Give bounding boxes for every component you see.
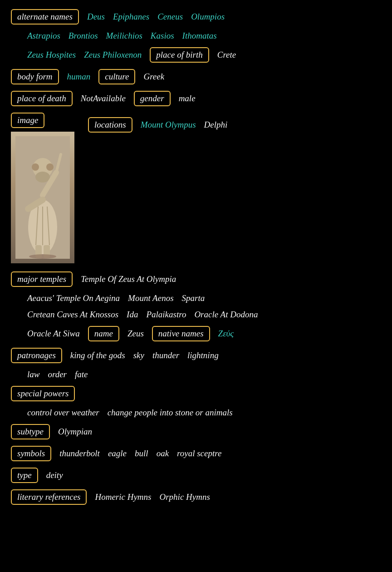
special-powers-label: special powers [11,386,75,401]
literary-references-label: literary references [11,489,87,505]
symbol-4: oak [157,449,169,459]
alternate-names-row3: Zeus Hospites Zeus Philoxenon place of b… [11,47,381,63]
temple-9: Oracle At Siwa [27,329,80,339]
subtype-value: Olympian [58,427,92,437]
symbols-label: symbols [11,446,51,461]
place-death-gender-row: place of death NotAvailable gender male [11,91,381,106]
svg-point-4 [32,163,39,171]
alt-name-deus: Deus [87,12,105,22]
major-temples-row2: Aeacus' Temple On Aegina Mount Aenos Spa… [11,293,381,303]
statue-image [11,132,74,263]
place-of-birth-value: Crete [217,50,236,60]
locations-row: locations Mount Olympus Delphi [88,117,227,133]
alt-name-kasios: Kasios [151,31,174,41]
svg-point-3 [35,172,50,182]
temple-3: Mount Aenos [128,293,173,303]
alt-name-ceneus: Ceneus [157,12,183,22]
major-temples-row1: major temples Temple Of Zeus At Olympia [11,271,381,287]
type-row: type deity [11,468,381,483]
culture-label: culture [98,69,135,84]
patronage-3: thunder [152,350,179,360]
place-of-death-value: NotAvailable [81,94,126,104]
gender-label: gender [134,91,171,106]
major-temples-label: major temples [11,271,73,287]
temple-2: Aeacus' Temple On Aegina [27,293,120,303]
literary-ref-2: Orphic Hymns [159,492,210,502]
alt-name-epiphanes: Epiphanes [113,12,149,22]
image-container: image [11,113,74,263]
name-value: Zeus [127,329,144,339]
literary-references-row: literary references Homeric Hymns Orphic… [11,489,381,505]
location-mount-olympus: Mount Olympus [141,120,196,130]
subtype-row: subtype Olympian [11,424,381,439]
special-powers-row2: control over weather change people into … [11,408,381,418]
patronages-label: patronages [11,348,62,363]
special-power-2: change people into stone or animals [108,408,233,418]
patronage-7: fate [75,370,88,380]
patronage-1: king of the gods [70,350,125,360]
body-form-value: human [67,72,91,82]
locations-label: locations [88,117,132,133]
alt-name-olumpios: Olumpios [191,12,225,22]
temple-1: Temple Of Zeus At Olympia [81,274,176,284]
temple-8: Oracle At Dodona [194,310,258,320]
special-powers-row1: special powers [11,386,381,401]
patronages-row2: law order fate [11,370,381,380]
native-names-label: native names [152,326,210,341]
literary-ref-1: Homeric Hymns [95,492,151,502]
location-delphi: Delphi [204,120,228,130]
body-form-culture-row: body form human culture Greek [11,69,381,84]
svg-point-5 [46,163,54,171]
alternate-names-label: alternate names [11,9,79,25]
symbol-3: bull [135,449,148,459]
patronage-6: order [48,370,67,380]
patronages-row1: patronages king of the gods sky thunder … [11,348,381,363]
alt-name-zeus-hospites: Zeus Hospites [27,50,76,60]
locations-container: locations Mount Olympus Delphi [88,113,227,133]
image-locations-section: image [11,113,381,263]
culture-value: Greek [143,72,164,82]
alt-name-meilichios: Meilichios [106,31,142,41]
special-power-1: control over weather [27,408,99,418]
symbol-5: royal sceptre [177,449,221,459]
patronage-4: lightning [187,350,219,360]
patronage-2: sky [133,350,144,360]
type-label: type [11,468,38,483]
body-form-label: body form [11,69,59,84]
symbols-row: symbols thunderbolt eagle bull oak royal… [11,446,381,461]
symbol-2: eagle [108,449,127,459]
major-temples-row4: Oracle At Siwa name Zeus native names Ζε… [11,326,381,341]
symbol-1: thunderbolt [59,449,100,459]
temple-4: Sparta [182,293,205,303]
alt-name-zeus-philoxenon: Zeus Philoxenon [84,50,142,60]
temple-7: Palaikastro [146,310,186,320]
svg-point-14 [29,254,56,259]
alt-name-brontios: Brontios [69,31,98,41]
gender-value: male [179,94,196,104]
alternate-names-section: alternate names Deus Epiphanes Ceneus Ol… [11,9,381,25]
alt-name-ithomatas: Ithomatas [182,31,217,41]
patronage-5: law [27,370,39,380]
image-label: image [11,113,44,128]
temple-6: Ida [127,310,138,320]
subtype-label: subtype [11,424,50,439]
temple-5: Cretean Caves At Knossos [27,310,118,320]
native-names-value: Ζεύς [218,329,234,339]
type-value: deity [46,470,63,480]
alternate-names-row2: Astrapios Brontios Meilichios Kasios Ith… [11,31,381,41]
place-of-birth-label: place of birth [150,47,209,63]
place-of-death-label: place of death [11,91,73,106]
major-temples-row3: Cretean Caves At Knossos Ida Palaikastro… [11,310,381,320]
name-label: name [88,326,119,341]
alt-name-astrapios: Astrapios [27,31,60,41]
